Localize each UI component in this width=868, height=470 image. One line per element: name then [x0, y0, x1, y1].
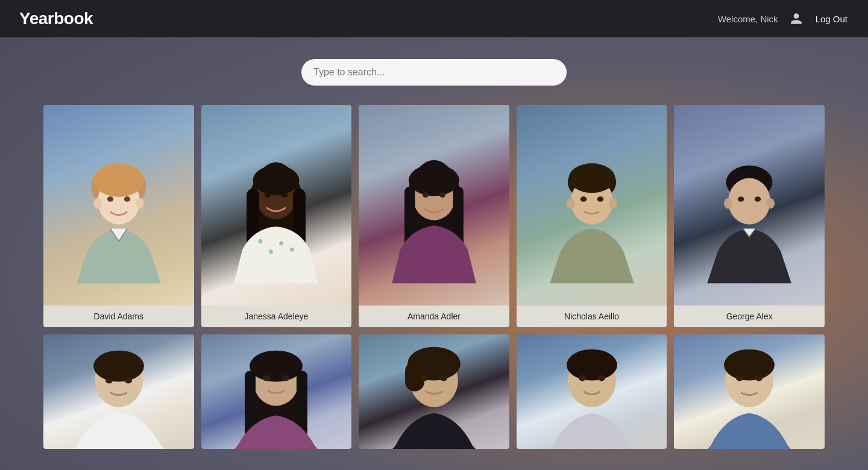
svg-point-14: [259, 239, 263, 243]
svg-point-3: [93, 198, 102, 208]
student-name-3: Amanda Adler: [359, 306, 509, 327]
student-card-3[interactable]: Amanda Adler: [359, 105, 509, 327]
svg-point-55: [567, 349, 617, 380]
svg-point-16: [280, 241, 284, 245]
svg-point-27: [568, 163, 615, 193]
student-name-1: David Adams: [43, 306, 194, 327]
student-grid: David Adams: [0, 105, 868, 327]
svg-point-37: [755, 196, 761, 202]
svg-point-5: [107, 196, 113, 202]
svg-point-20: [409, 164, 459, 196]
svg-point-44: [250, 350, 303, 381]
svg-point-39: [93, 350, 144, 381]
student-card-5[interactable]: George Alex: [674, 105, 825, 327]
search-container: [0, 37, 868, 105]
svg-point-60: [736, 375, 743, 381]
svg-point-13: [281, 192, 288, 198]
navbar: Yearbook Welcome, Nick Log Out: [0, 0, 868, 37]
student-name-4: Nicholas Aeillo: [517, 306, 667, 327]
student-grid-row2: [0, 334, 868, 449]
app-title: Yearbook: [19, 9, 93, 28]
svg-point-36: [738, 196, 744, 202]
user-icon[interactable]: [788, 10, 805, 27]
svg-point-30: [580, 196, 586, 202]
svg-point-33: [728, 178, 770, 224]
svg-point-35: [766, 198, 775, 208]
student-card-7[interactable]: [201, 334, 352, 449]
svg-point-23: [423, 192, 429, 198]
student-card-2[interactable]: Janessa Adeleye: [201, 105, 352, 327]
student-name-2: Janessa Adeleye: [201, 306, 352, 327]
svg-point-15: [269, 249, 273, 254]
svg-point-11: [253, 166, 300, 195]
student-card-8[interactable]: [359, 334, 509, 449]
svg-point-6: [124, 196, 130, 202]
svg-point-12: [265, 192, 271, 198]
student-card-6[interactable]: [43, 334, 194, 449]
svg-point-34: [724, 198, 732, 208]
svg-point-53: [440, 375, 447, 381]
svg-point-29: [609, 198, 617, 208]
svg-point-4: [136, 198, 144, 208]
student-name-5: George Alex: [674, 306, 825, 327]
student-card-1[interactable]: David Adams: [43, 105, 194, 327]
svg-point-31: [597, 196, 603, 202]
svg-point-41: [125, 377, 132, 383]
svg-point-57: [598, 375, 605, 381]
svg-point-56: [579, 375, 586, 381]
svg-point-28: [567, 198, 575, 208]
svg-point-2: [93, 163, 144, 197]
svg-point-40: [105, 377, 113, 383]
svg-point-52: [421, 375, 428, 381]
student-card-10[interactable]: [674, 334, 825, 449]
navbar-right: Welcome, Nick Log Out: [718, 10, 849, 27]
svg-point-61: [755, 375, 763, 381]
svg-point-59: [724, 349, 775, 380]
search-input[interactable]: [301, 59, 567, 86]
student-card-4[interactable]: Nicholas Aeillo: [517, 105, 667, 327]
logout-button[interactable]: Log Out: [814, 11, 849, 27]
svg-point-24: [439, 192, 445, 198]
svg-point-48: [282, 375, 289, 381]
student-card-9[interactable]: [517, 334, 667, 449]
svg-point-47: [263, 375, 270, 381]
svg-point-17: [290, 248, 294, 252]
welcome-text: Welcome, Nick: [718, 14, 778, 24]
